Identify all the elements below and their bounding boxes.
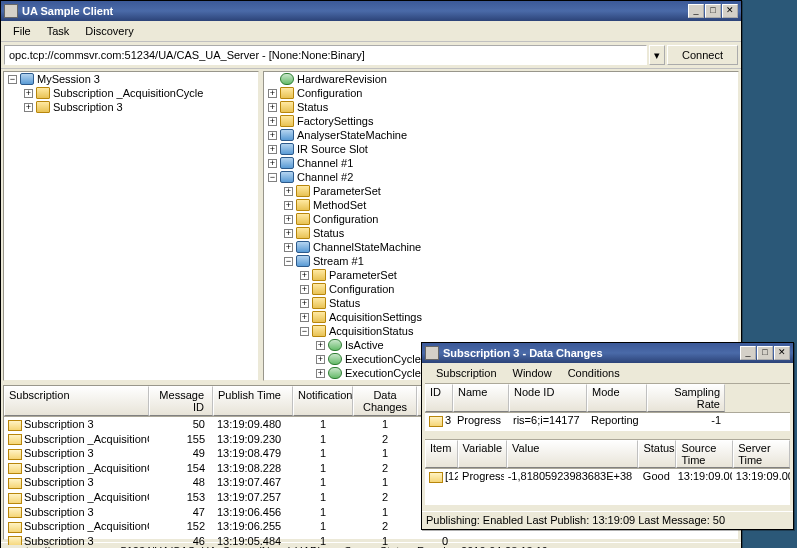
col-sampling-rate[interactable]: Sampling Rate — [647, 384, 725, 412]
expander-icon[interactable]: + — [284, 215, 293, 224]
tree-node[interactable]: +ChannelStateMachine — [264, 240, 738, 254]
col-id[interactable]: ID — [425, 384, 453, 412]
main-split: −MySession 3+Subscription _AcquisitionCy… — [1, 69, 741, 383]
col-source-time[interactable]: Source Time — [676, 440, 733, 468]
expander-icon[interactable]: + — [284, 187, 293, 196]
col-node-id[interactable]: Node ID — [509, 384, 587, 412]
tree-node[interactable]: +AnalyserStateMachine — [264, 128, 738, 142]
tree-node[interactable]: +Subscription 3 — [4, 100, 258, 114]
url-input[interactable] — [4, 45, 647, 65]
col-subscription[interactable]: Subscription — [4, 386, 149, 416]
tree-node[interactable]: +Configuration — [264, 282, 738, 296]
tree-node[interactable]: +AcquisitionSettings — [264, 310, 738, 324]
expander-icon[interactable]: + — [268, 117, 277, 126]
expander-icon[interactable]: + — [24, 103, 33, 112]
expander-icon[interactable]: + — [268, 145, 277, 154]
folder-icon — [280, 115, 294, 127]
col-publish-time[interactable]: Publish Time — [213, 386, 293, 416]
expander-icon[interactable]: + — [24, 89, 33, 98]
col-data-changes[interactable]: Data Changes — [353, 386, 417, 416]
expander-icon[interactable]: + — [316, 369, 325, 378]
tab-conditions[interactable]: Conditions — [560, 365, 628, 381]
tree-node[interactable]: +Configuration — [264, 86, 738, 100]
expander-icon[interactable]: + — [316, 341, 325, 350]
sub-maximize-button[interactable]: □ — [757, 346, 773, 360]
sub-titlebar[interactable]: Subscription 3 - Data Changes _ □ ✕ — [422, 343, 793, 363]
tab-window[interactable]: Window — [505, 365, 560, 381]
sub-close-button[interactable]: ✕ — [774, 346, 790, 360]
expander-icon[interactable]: − — [284, 257, 293, 266]
expander-icon[interactable]: + — [300, 285, 309, 294]
close-button[interactable]: ✕ — [722, 4, 738, 18]
menu-file[interactable]: File — [5, 23, 39, 39]
node-label: Status — [297, 101, 328, 113]
expander-icon[interactable]: + — [300, 299, 309, 308]
col-message-id[interactable]: Message ID — [149, 386, 213, 416]
tree-node[interactable]: −AcquisitionStatus — [264, 324, 738, 338]
sub-app-icon — [425, 346, 439, 360]
expander-icon[interactable]: + — [268, 159, 277, 168]
maximize-button[interactable]: □ — [705, 4, 721, 18]
expander-icon[interactable]: + — [284, 229, 293, 238]
tree-node[interactable]: +Status — [264, 226, 738, 240]
expander-icon[interactable]: + — [284, 201, 293, 210]
tree-node[interactable]: +FactorySettings — [264, 114, 738, 128]
sub-status-text: Publishing: Enabled Last Publish: 13:19:… — [426, 514, 725, 527]
col-notifications[interactable]: Notifications — [293, 386, 353, 416]
folder-icon — [296, 199, 310, 211]
tree-node[interactable]: +Channel #1 — [264, 156, 738, 170]
tree-node[interactable]: +IR Source Slot — [264, 142, 738, 156]
tree-node[interactable]: +Configuration — [264, 212, 738, 226]
expander-icon[interactable]: − — [300, 327, 309, 336]
col-mode[interactable]: Mode — [587, 384, 647, 412]
sub-minimize-button[interactable]: _ — [740, 346, 756, 360]
obj-icon — [296, 241, 310, 253]
node-label: Subscription _AcquisitionCycle — [53, 87, 203, 99]
obj-icon — [280, 143, 294, 155]
tree-node[interactable]: +ParameterSet — [264, 268, 738, 282]
col-name[interactable]: Name — [453, 384, 509, 412]
tree-node[interactable]: +Status — [264, 296, 738, 310]
col-server-time[interactable]: Server Time — [733, 440, 790, 468]
node-label: MySession 3 — [37, 73, 100, 85]
tab-subscription[interactable]: Subscription — [428, 365, 505, 381]
minimize-button[interactable]: _ — [688, 4, 704, 18]
expander-icon[interactable]: + — [300, 271, 309, 280]
tree-node[interactable]: −Channel #2 — [264, 170, 738, 184]
tree-node[interactable]: −Stream #1 — [264, 254, 738, 268]
node-label: FactorySettings — [297, 115, 373, 127]
col-item[interactable]: Item — [425, 440, 458, 468]
monitored-item-row[interactable]: 3 Progress ris=6;i=14177 Reporting -1 — [425, 413, 790, 428]
tree-node[interactable]: −MySession 3 — [4, 72, 258, 86]
expander-icon[interactable]: + — [268, 89, 277, 98]
node-label: Configuration — [313, 213, 378, 225]
menu-task[interactable]: Task — [39, 23, 78, 39]
tree-node[interactable]: +MethodSet — [264, 198, 738, 212]
expander-icon[interactable]: + — [316, 355, 325, 364]
var-icon — [328, 353, 342, 365]
connect-button[interactable]: Connect — [667, 45, 738, 65]
tree-node[interactable]: +Subscription _AcquisitionCycle — [4, 86, 258, 100]
expander-icon[interactable]: + — [300, 313, 309, 322]
tree-node[interactable]: HardwareRevision — [264, 72, 738, 86]
var-icon — [328, 339, 342, 351]
url-dropdown-icon[interactable]: ▾ — [649, 45, 665, 65]
tree-node[interactable]: +ParameterSet — [264, 184, 738, 198]
main-titlebar[interactable]: UA Sample Client _ □ ✕ — [1, 1, 741, 21]
expander-icon[interactable]: − — [268, 173, 277, 182]
browse-tree[interactable]: HardwareRevision+Configuration+Status+Fa… — [263, 71, 739, 381]
sub-menubar: Subscription Window Conditions — [422, 363, 793, 383]
session-tree[interactable]: −MySession 3+Subscription _AcquisitionCy… — [3, 71, 259, 381]
col-value[interactable]: Value — [507, 440, 638, 468]
menu-discovery[interactable]: Discovery — [77, 23, 141, 39]
expander-icon[interactable]: + — [284, 243, 293, 252]
col-variable[interactable]: Variable — [458, 440, 508, 468]
tree-node[interactable]: +Status — [264, 100, 738, 114]
node-label: HardwareRevision — [297, 73, 387, 85]
expander-icon[interactable]: + — [268, 131, 277, 140]
expander-icon[interactable]: + — [268, 103, 277, 112]
col-status[interactable]: Status — [638, 440, 676, 468]
data-change-row[interactable]: [12] Progress -1,81805923983683E+38 Good… — [425, 469, 790, 484]
expander-icon[interactable]: − — [8, 75, 17, 84]
folder-icon — [312, 297, 326, 309]
